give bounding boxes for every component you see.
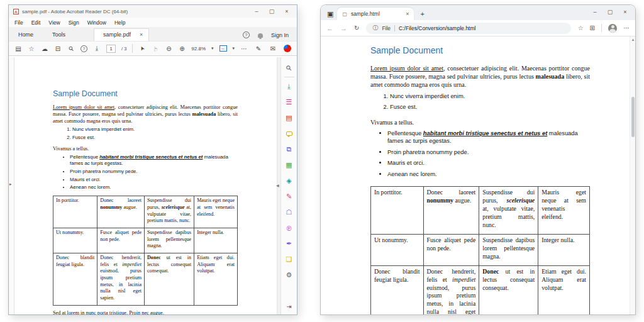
zoom-in-icon[interactable]: ⊕ [178, 45, 186, 52]
tab-actions-icon[interactable]: ▣ [327, 10, 333, 18]
habitant-link[interactable]: habitant morbi tristique senectus et net… [423, 130, 547, 136]
save-file-icon[interactable]: ▤ [14, 45, 22, 52]
email-icon[interactable]: ✉ [269, 45, 277, 52]
compress-pdf-icon[interactable]: ◈ [281, 173, 297, 189]
zoom-level-select[interactable]: 92.8% [191, 46, 206, 52]
expand-nav-pane-handle[interactable]: ▸ [9, 182, 12, 187]
lorem-link[interactable]: Lorem ipsum dolor sit amet [370, 65, 443, 72]
table-cell: Donec laoreet nonummy augue. [97, 196, 145, 228]
help-icon[interactable]: ? [243, 31, 250, 38]
list-item: Nunc viverra imperdiet enim. [72, 126, 238, 133]
hand-tool-icon[interactable]: ☞ [152, 45, 159, 52]
menu-edit[interactable]: Edit [31, 19, 41, 26]
close-button[interactable]: × [279, 6, 294, 17]
adobe-cloud-icon[interactable] [284, 45, 291, 52]
menu-file[interactable]: File [14, 19, 23, 26]
minimize-button[interactable]: – [587, 7, 602, 17]
list-item: Aenean nec lorem. [387, 170, 590, 179]
bullet-list: Pellentesque habitant morbi tristique se… [370, 130, 590, 179]
edit-pdf-icon[interactable]: ☰ [281, 94, 297, 110]
profile-avatar[interactable] [608, 24, 617, 33]
table-cell: In porttitor. [371, 187, 424, 235]
sign-in-button[interactable]: Sign In [271, 32, 289, 38]
table-cell: In porttitor. [53, 196, 97, 228]
new-tab-button[interactable]: + [420, 10, 424, 18]
more-tools-icon[interactable]: ⚙ [281, 267, 297, 283]
table-cell: Suspendisse dapibus lorem pellentesque m… [145, 228, 194, 253]
expand-tools-panel-icon[interactable]: ⇥ [286, 303, 291, 310]
table-cell: Fusce aliquet pede non pede. [97, 228, 145, 253]
maximize-button[interactable]: ▢ [264, 6, 279, 17]
tab-home[interactable]: Home [9, 29, 43, 41]
scrollbar-thumb[interactable] [631, 97, 635, 137]
notifications-bell-icon[interactable] [258, 33, 263, 38]
tab-document[interactable]: sample.pdf × [94, 28, 149, 41]
prepare-form-icon[interactable]: ℗ [281, 220, 297, 236]
fit-caret-icon[interactable]: ▾ [233, 46, 235, 51]
table-cell: Donec blandit feugiat ligula. [53, 253, 97, 305]
forward-icon[interactable]: → [340, 25, 347, 32]
print-icon[interactable]: ⊟ [54, 45, 62, 52]
close-tab-icon[interactable]: × [406, 11, 409, 17]
browser-tab[interactable]: ▢ sample.html × [337, 8, 414, 20]
list-item: Aenean nec lorem. [70, 184, 238, 191]
document-table: In porttitor. Donec laoreet nonummy augu… [370, 186, 590, 314]
search-icon[interactable]: ⚲ [66, 43, 76, 53]
menu-view[interactable]: View [48, 19, 60, 26]
page-number-input[interactable]: 1 [106, 45, 116, 53]
back-icon[interactable]: ← [326, 25, 333, 32]
more-options-icon[interactable]: ⋯ [240, 45, 248, 52]
table-row: Donec blandit feugiat ligula. Donec hend… [53, 253, 238, 305]
close-tab-icon[interactable]: × [140, 31, 143, 38]
edge-content-area: Sample Document Lorem ipsum dolor sit am… [321, 36, 635, 314]
site-info-icon[interactable]: ⓘ [372, 24, 378, 32]
sign-pen-icon[interactable]: ✎ [255, 45, 262, 52]
download-icon[interactable]: ⤓ [93, 45, 101, 52]
zoom-caret-icon[interactable]: ▾ [211, 46, 214, 51]
organize-pages-icon[interactable]: ▦ [281, 157, 297, 173]
page-icon: ▢ [342, 11, 347, 17]
export-pdf-icon[interactable]: ⤓ [281, 79, 297, 94]
habitant-link[interactable]: habitant morbi tristique senectus et net… [99, 154, 203, 160]
select-tool-icon[interactable]: ➤ [138, 43, 147, 53]
document-table: In porttitor. Donec laoreet nonummy augu… [53, 196, 238, 305]
favorites-icon[interactable]: ☆ [578, 25, 584, 31]
lorem-link[interactable]: Lorem ipsum dolor sit amet [53, 104, 114, 110]
favorites-star-icon[interactable]: ☆ [28, 45, 35, 52]
scroll-up-icon[interactable]: ▲ [631, 38, 635, 42]
fit-width-icon[interactable]: ↔ [219, 45, 227, 52]
collapse-tools-handle[interactable]: ◀ [276, 183, 279, 187]
tool-help-icon[interactable]: ? [80, 45, 87, 52]
menu-window[interactable]: Window [87, 19, 106, 26]
page-title: Sample Document [370, 45, 590, 57]
menu-sign[interactable]: Sign [69, 19, 79, 26]
minimize-button[interactable]: – [249, 6, 264, 17]
protect-icon[interactable]: ☖ [281, 204, 297, 220]
list-item: Pellentesque habitant morbi tristique se… [387, 130, 590, 145]
comment-icon[interactable] [281, 126, 297, 142]
create-pdf-icon[interactable]: ▤ [281, 110, 297, 126]
list-item: Pellentesque habitant morbi tristique se… [70, 154, 238, 167]
send-for-review-icon[interactable]: ❏ [281, 252, 297, 267]
share-cloud-icon[interactable]: ☁ [41, 45, 48, 52]
refresh-icon[interactable]: ↻ [354, 25, 359, 31]
maximize-button[interactable]: ▢ [602, 7, 618, 17]
numbered-list: Nunc viverra imperdiet enim. Fusce est. [53, 126, 238, 141]
list-item: Proin pharetra nonummy pede. [70, 169, 238, 175]
page-scrollbar[interactable]: ▲ [630, 36, 635, 314]
zoom-out-icon[interactable]: ⊖ [165, 45, 172, 52]
table-row: Ut nonummy. Fusce aliquet pede non pede.… [371, 234, 590, 265]
search-tools-icon[interactable]: ⚲ [278, 57, 300, 79]
more-menu-icon[interactable]: ⋯ [623, 25, 630, 31]
combine-files-icon[interactable]: ⧉ [281, 142, 297, 157]
address-bar[interactable]: ⓘ File C:/Files/Conversion/sample.html [366, 23, 570, 34]
collections-icon[interactable]: ⊞ [590, 25, 595, 31]
list-item: Fusce est. [72, 135, 238, 141]
close-button[interactable]: × [618, 7, 633, 17]
menu-help[interactable]: Help [114, 19, 125, 26]
paragraph-lorem: Lorem ipsum dolor sit amet, consectetuer… [370, 64, 590, 89]
tab-tools[interactable]: Tools [43, 29, 75, 41]
window-title: sample.pdf - Adobe Acrobat Reader DC (64… [22, 9, 128, 14]
fill-sign-icon[interactable]: ✎ [281, 189, 297, 204]
certificates-icon[interactable]: ✒ [281, 236, 297, 252]
